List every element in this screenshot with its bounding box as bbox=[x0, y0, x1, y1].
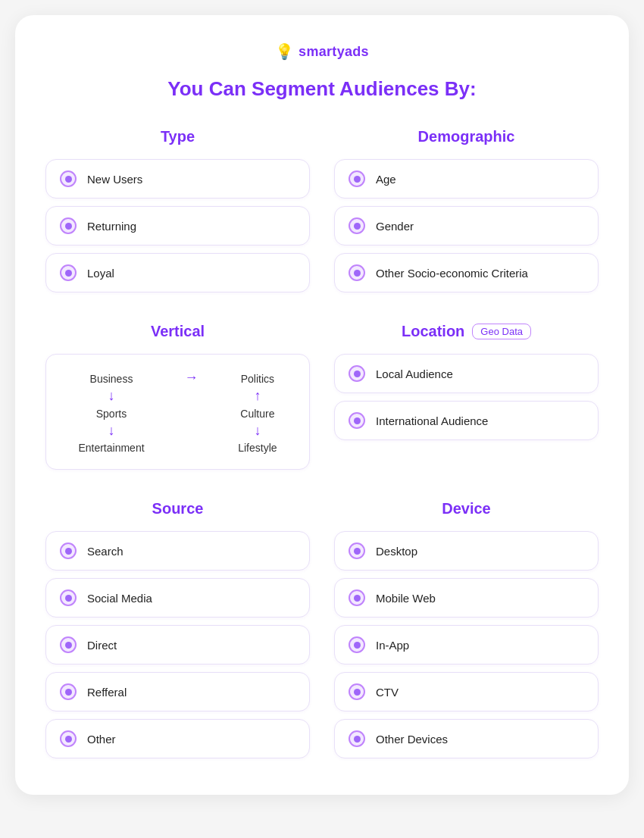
list-item: Local Audience bbox=[334, 354, 599, 393]
list-item: Refferal bbox=[45, 672, 310, 711]
down-arrow-icon: ↓ bbox=[108, 388, 114, 405]
vert-node: Lifestyle bbox=[238, 439, 277, 457]
radio-icon bbox=[349, 730, 365, 747]
item-label: Age bbox=[376, 173, 396, 186]
radio-icon bbox=[349, 264, 365, 281]
radio-icon bbox=[60, 636, 77, 653]
item-label: Search bbox=[87, 545, 123, 558]
list-item: Desktop bbox=[334, 531, 599, 571]
type-title: Type bbox=[45, 128, 310, 145]
demographic-section: Demographic Age Gender Other Socio-econo… bbox=[334, 128, 599, 292]
radio-icon bbox=[349, 170, 365, 187]
list-item: Social Media bbox=[45, 578, 310, 618]
list-item: Returning bbox=[45, 206, 310, 245]
item-label: Mobile Web bbox=[376, 592, 436, 605]
radio-icon bbox=[349, 683, 365, 700]
list-item: In-App bbox=[334, 625, 599, 664]
radio-icon bbox=[60, 264, 77, 281]
radio-icon bbox=[60, 589, 77, 606]
item-label: CTV bbox=[376, 686, 399, 699]
page-title: You Can Segment Audiences By: bbox=[45, 77, 599, 101]
vert-node: Entertainment bbox=[78, 439, 144, 457]
vert-node: Culture bbox=[240, 405, 274, 423]
item-label: New Users bbox=[87, 173, 142, 186]
list-item: New Users bbox=[45, 159, 310, 199]
list-item: Other Devices bbox=[334, 719, 599, 758]
radio-icon bbox=[349, 217, 365, 234]
vertical-section: Vertical Business ↓ Sports ↓ Entertainme… bbox=[45, 323, 310, 470]
list-item: Mobile Web bbox=[334, 578, 599, 618]
list-item: Other bbox=[45, 719, 310, 758]
device-title: Device bbox=[334, 500, 599, 517]
item-label: Desktop bbox=[376, 545, 417, 558]
item-label: Refferal bbox=[87, 686, 127, 699]
radio-icon bbox=[60, 683, 77, 700]
vert-col-1: Business ↓ Sports ↓ Entertainment bbox=[78, 370, 144, 457]
item-label: Returning bbox=[87, 220, 136, 233]
radio-icon bbox=[60, 170, 77, 187]
list-item: CTV bbox=[334, 672, 599, 711]
list-item: Search bbox=[45, 531, 310, 571]
radio-icon bbox=[349, 589, 365, 606]
item-label: Gender bbox=[376, 220, 414, 233]
list-item: Other Socio-economic Criteria bbox=[334, 253, 599, 292]
device-section: Device Desktop Mobile Web In-App CTV Oth… bbox=[334, 500, 599, 758]
up-arrow-icon: ↑ bbox=[254, 388, 261, 405]
list-item: Direct bbox=[45, 625, 310, 664]
vert-node: Business bbox=[90, 370, 133, 388]
vertical-cols: Business ↓ Sports ↓ Entertainment → Poli… bbox=[58, 370, 297, 457]
source-title: Source bbox=[45, 500, 310, 517]
item-label: In-App bbox=[376, 639, 409, 652]
vert-node: Sports bbox=[96, 405, 127, 423]
item-label: Direct bbox=[87, 639, 117, 652]
down-arrow-icon: ↓ bbox=[108, 423, 114, 439]
main-card: 💡 smartyads You Can Segment Audiences By… bbox=[15, 15, 629, 795]
vertical-title: Vertical bbox=[45, 323, 310, 340]
item-label: Local Audience bbox=[376, 367, 453, 380]
location-title: Location bbox=[402, 323, 464, 340]
item-label: Social Media bbox=[87, 592, 152, 605]
radio-icon bbox=[349, 365, 365, 382]
item-label: Other bbox=[87, 733, 116, 746]
list-item: Gender bbox=[334, 206, 599, 245]
radio-icon bbox=[349, 543, 365, 559]
logo-text: smartyads bbox=[299, 44, 369, 60]
down-arrow-icon: ↓ bbox=[254, 423, 261, 439]
location-section: Location Geo Data Local Audience Interna… bbox=[334, 323, 599, 470]
right-arrow-icon: → bbox=[184, 370, 198, 386]
list-item: International Audience bbox=[334, 401, 599, 440]
item-label: Loyal bbox=[87, 267, 114, 280]
radio-icon bbox=[60, 217, 77, 234]
sections-grid: Type New Users Returning Loyal Demograph… bbox=[45, 128, 599, 758]
demographic-title: Demographic bbox=[334, 128, 599, 145]
radio-icon bbox=[60, 543, 77, 559]
item-label: International Audience bbox=[376, 414, 488, 427]
logo-row: 💡 smartyads bbox=[45, 42, 599, 61]
item-label: Other Socio-economic Criteria bbox=[376, 267, 528, 280]
vertical-box: Business ↓ Sports ↓ Entertainment → Poli… bbox=[45, 354, 310, 470]
vert-node: Politics bbox=[241, 370, 274, 388]
source-section: Source Search Social Media Direct Reffer… bbox=[45, 500, 310, 758]
radio-icon bbox=[60, 730, 77, 747]
radio-icon bbox=[349, 636, 365, 653]
list-item: Age bbox=[334, 159, 599, 199]
geo-badge: Geo Data bbox=[472, 324, 531, 339]
vert-col-2: Politics ↑ Culture ↓ Lifestyle bbox=[238, 370, 277, 457]
list-item: Loyal bbox=[45, 253, 310, 292]
right-arrow-container: → bbox=[184, 370, 198, 390]
item-label: Other Devices bbox=[376, 733, 448, 746]
type-section: Type New Users Returning Loyal bbox=[45, 128, 310, 292]
bulb-icon: 💡 bbox=[275, 42, 294, 61]
location-title-row: Location Geo Data bbox=[334, 323, 599, 340]
radio-icon bbox=[349, 412, 365, 429]
